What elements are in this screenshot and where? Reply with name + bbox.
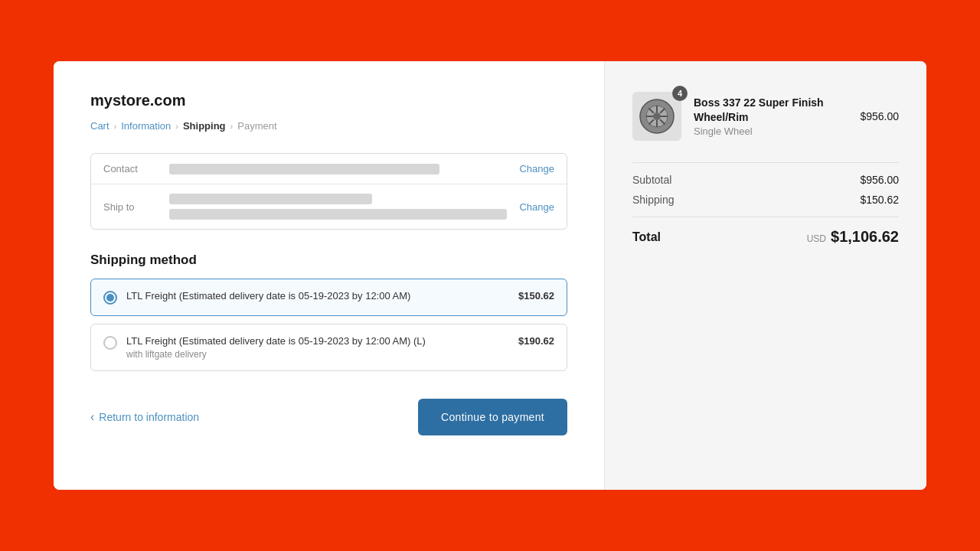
left-panel: mystore.com Cart › Information › Shippin… [54, 61, 605, 490]
product-name: Boss 337 22 Super Finish Wheel/Rim [694, 96, 848, 123]
radio-selected [103, 291, 117, 305]
checkout-container: mystore.com Cart › Information › Shippin… [54, 61, 926, 490]
continue-payment-button[interactable]: Continue to payment [418, 399, 567, 435]
chevron-left-icon: ‹ [90, 411, 94, 423]
breadcrumb-payment: Payment [237, 120, 276, 132]
product-image-wrapper: 4 [632, 92, 681, 141]
breadcrumb-shipping: Shipping [183, 120, 226, 132]
option-2-label: LTL Freight (Estimated delivery date is … [126, 335, 509, 347]
shipping-label: Shipping [632, 194, 675, 206]
contact-row: Contact Change [91, 154, 567, 184]
breadcrumb-sep-2: › [175, 122, 178, 131]
shipping-value: $150.62 [860, 194, 899, 206]
ship-to-placeholder-2 [169, 209, 507, 220]
shipping-row: Shipping $150.62 [632, 194, 899, 206]
svg-point-2 [653, 112, 661, 120]
option-1-price: $150.62 [518, 290, 554, 302]
info-card: Contact Change Ship to Change [90, 153, 567, 230]
ship-to-change-link[interactable]: Change [519, 201, 554, 213]
contact-label: Contact [103, 163, 157, 174]
radio-unselected [103, 336, 117, 350]
radio-inner-dot [106, 294, 114, 302]
product-variant: Single Wheel [694, 126, 848, 137]
shipping-option-1[interactable]: LTL Freight (Estimated delivery date is … [90, 279, 567, 316]
option-1-label: LTL Freight (Estimated delivery date is … [126, 290, 509, 302]
contact-change-link[interactable]: Change [519, 163, 554, 174]
return-label: Return to information [99, 411, 199, 423]
option-2-content: LTL Freight (Estimated delivery date is … [126, 335, 509, 360]
return-link[interactable]: ‹ Return to information [90, 411, 199, 423]
subtotal-value: $956.00 [860, 174, 899, 186]
product-price: $956.00 [860, 110, 899, 122]
shipping-method-title: Shipping method [90, 253, 567, 268]
divider-1 [632, 162, 899, 163]
total-row: Total USD $1,106.62 [632, 228, 899, 246]
contact-placeholder [169, 164, 439, 174]
total-value: $1,106.62 [831, 228, 899, 246]
breadcrumb-sep-3: › [230, 122, 234, 131]
ship-to-row: Ship to Change [91, 184, 567, 229]
product-item: 4 Boss 337 22 Super Finish Wheel/Rim Sin… [632, 92, 899, 141]
option-2-sublabel: with liftgate delivery [126, 349, 509, 360]
contact-value [169, 164, 507, 174]
breadcrumb-information[interactable]: Information [121, 120, 171, 132]
right-panel: 4 Boss 337 22 Super Finish Wheel/Rim Sin… [605, 61, 926, 490]
total-label: Total [632, 230, 661, 244]
subtotal-row: Subtotal $956.00 [632, 174, 899, 186]
wheel-icon [639, 98, 675, 135]
store-name: mystore.com [90, 92, 567, 109]
ship-to-value [169, 194, 507, 220]
ship-to-label: Ship to [103, 201, 157, 213]
option-1-content: LTL Freight (Estimated delivery date is … [126, 290, 509, 302]
product-image [632, 92, 681, 141]
footer-actions: ‹ Return to information Continue to paym… [90, 399, 567, 435]
divider-2 [632, 217, 899, 217]
breadcrumb-cart[interactable]: Cart [90, 120, 109, 132]
breadcrumb-sep-1: › [114, 122, 117, 131]
option-2-price: $190.62 [518, 335, 554, 347]
product-info: Boss 337 22 Super Finish Wheel/Rim Singl… [694, 96, 848, 136]
shipping-option-2[interactable]: LTL Freight (Estimated delivery date is … [90, 324, 567, 371]
product-quantity-badge: 4 [672, 86, 688, 101]
subtotal-label: Subtotal [632, 174, 671, 186]
breadcrumb: Cart › Information › Shipping › Payment [90, 120, 567, 132]
total-currency: USD [807, 233, 826, 244]
ship-to-placeholder-1 [169, 194, 372, 204]
total-value-wrapper: USD $1,106.62 [807, 228, 899, 246]
